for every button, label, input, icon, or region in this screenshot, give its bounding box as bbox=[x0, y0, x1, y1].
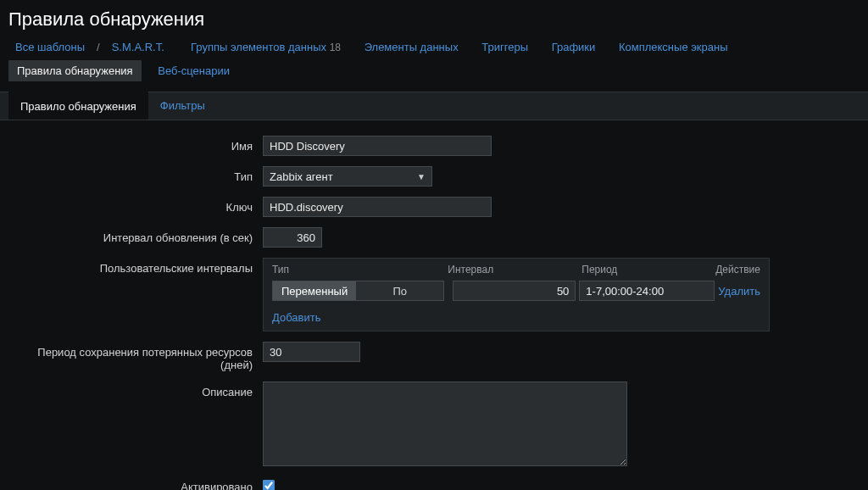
breadcrumb-data-groups[interactable]: Группы элементов данных 18 bbox=[184, 37, 348, 57]
interval-period-input[interactable] bbox=[579, 281, 715, 301]
breadcrumb-template[interactable]: S.M.A.R.T. bbox=[105, 37, 171, 57]
breadcrumb-sep: / bbox=[95, 41, 102, 53]
type-select[interactable]: Zabbix агент ▼ bbox=[263, 166, 432, 187]
update-interval-input[interactable] bbox=[263, 227, 322, 248]
page-title: Правила обнаружения bbox=[0, 0, 868, 37]
custom-intervals-head: Тип Интервал Период Действие bbox=[264, 259, 769, 281]
breadcrumb-web[interactable]: Веб-сценарии bbox=[151, 61, 236, 81]
ci-head-type: Тип bbox=[272, 264, 448, 276]
ci-head-period: Период bbox=[581, 264, 715, 276]
name-label: Имя bbox=[17, 136, 263, 153]
breadcrumb-data-groups-label: Группы элементов данных bbox=[191, 41, 326, 53]
form: Имя Тип Zabbix агент ▼ Ключ Интервал обн… bbox=[0, 120, 868, 490]
breadcrumb-data-groups-count: 18 bbox=[330, 42, 341, 53]
enabled-checkbox[interactable] bbox=[263, 480, 275, 490]
interval-type-segment: Переменный По расписанию bbox=[272, 281, 444, 301]
enabled-label: Активировано bbox=[17, 476, 263, 490]
breadcrumb-all-templates[interactable]: Все шаблоны bbox=[8, 37, 92, 57]
type-label: Тип bbox=[17, 166, 263, 183]
breadcrumb: Все шаблоны / S.M.A.R.T. Группы элементо… bbox=[0, 37, 868, 92]
interval-delete-link[interactable]: Удалить bbox=[718, 285, 760, 298]
name-input[interactable] bbox=[263, 136, 492, 156]
description-textarea[interactable] bbox=[263, 381, 627, 466]
breadcrumb-data-items[interactable]: Элементы данных bbox=[358, 37, 465, 57]
key-input[interactable] bbox=[263, 197, 492, 217]
breadcrumb-triggers[interactable]: Триггеры bbox=[475, 37, 535, 57]
interval-add-link[interactable]: Добавить bbox=[272, 311, 320, 324]
chevron-down-icon: ▼ bbox=[417, 172, 426, 181]
ci-head-interval: Интервал bbox=[448, 264, 581, 276]
interval-value-input[interactable] bbox=[453, 281, 576, 301]
custom-intervals-label: Пользовательские интервалы bbox=[17, 258, 263, 275]
update-interval-label: Интервал обновления (в сек) bbox=[17, 227, 263, 244]
description-label: Описание bbox=[17, 381, 263, 398]
type-select-value: Zabbix агент bbox=[270, 170, 333, 183]
breadcrumb-graphs[interactable]: Графики bbox=[545, 37, 603, 57]
tabs: Правило обнаружения Фильтры bbox=[0, 92, 868, 120]
tab-rule[interactable]: Правило обнаружения bbox=[8, 92, 148, 120]
custom-interval-row: Переменный По расписанию Удалить bbox=[264, 281, 769, 308]
breadcrumb-screens[interactable]: Комплексные экраны bbox=[612, 37, 735, 57]
breadcrumb-discovery-rules[interactable]: Правила обнаружения bbox=[8, 60, 142, 81]
interval-type-schedule[interactable]: По расписанию bbox=[356, 281, 443, 300]
interval-type-variable[interactable]: Переменный bbox=[273, 281, 356, 300]
keep-lost-label: Период сохранения потерянных ресурсов (д… bbox=[17, 342, 263, 371]
key-label: Ключ bbox=[17, 197, 263, 214]
custom-intervals-box: Тип Интервал Период Действие Переменный … bbox=[263, 258, 770, 331]
tab-filters[interactable]: Фильтры bbox=[148, 92, 217, 120]
keep-lost-input[interactable] bbox=[263, 342, 360, 362]
ci-head-action: Действие bbox=[715, 264, 760, 276]
